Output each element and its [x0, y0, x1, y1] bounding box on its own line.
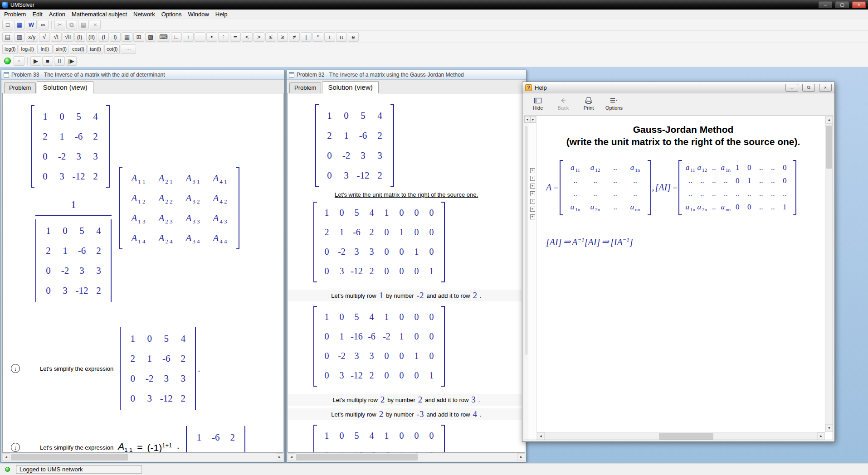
table-icon[interactable]: ▦ [14, 20, 25, 29]
scroll-left-arrow[interactable]: ◄ [2, 453, 10, 461]
function-button[interactable]: ln(l) [37, 44, 53, 54]
math-symbol-button[interactable]: ≠ [289, 32, 300, 42]
tab-solution-view[interactable]: Solution (view) [37, 81, 93, 93]
math-symbol-button[interactable]: ▩ [145, 32, 156, 42]
minimize-button[interactable]: – [819, 1, 832, 8]
menu-item[interactable]: Help [212, 10, 231, 19]
scroll-left-arrow[interactable]: ◄ [537, 432, 545, 440]
math-symbol-button[interactable]: ▤ [2, 32, 13, 42]
pause-button[interactable]: II [54, 56, 65, 66]
scrollbar-track[interactable] [545, 432, 817, 440]
scrollbar-thumb[interactable] [11, 454, 128, 460]
math-symbol-button[interactable]: π [336, 32, 347, 42]
math-symbol-button[interactable]: √ [39, 32, 50, 42]
math-symbol-button[interactable]: > [254, 32, 264, 42]
function-button[interactable]: log(l) [2, 44, 18, 54]
help-vertical-scrollbar[interactable]: ▲ ▼ [825, 116, 833, 432]
print-button[interactable]: Print [578, 95, 600, 113]
math-symbol-button[interactable]: (l [98, 32, 109, 42]
menu-item[interactable]: Network [130, 10, 158, 19]
math-symbol-button[interactable]: √ll [63, 32, 73, 42]
toc-expand-icon[interactable]: + [530, 184, 535, 189]
cut-icon[interactable]: ✂ [54, 20, 65, 29]
problem32-horizontal-scrollbar[interactable]: ◄ ► [288, 453, 525, 461]
math-symbol-button[interactable]: | [301, 32, 312, 42]
toc-expand-icon[interactable]: + [530, 191, 535, 196]
math-symbol-button[interactable]: (ll) [86, 32, 97, 42]
problem32-titlebar[interactable]: Problem 32 - The Inverse of a matrix usi… [287, 70, 526, 80]
math-symbol-button[interactable]: ∟ [171, 32, 182, 42]
scrollbar-thumb[interactable] [826, 126, 832, 169]
stop-button[interactable]: ■ [42, 56, 53, 66]
options-button[interactable]: Options [603, 95, 625, 113]
scrollbar-thumb[interactable] [659, 433, 713, 440]
function-button[interactable]: cot(l) [104, 44, 120, 54]
delete-icon[interactable]: × [90, 20, 101, 29]
scroll-right-arrow[interactable]: ► [276, 453, 283, 461]
down-arrow-circle-icon[interactable]: ↓ [11, 364, 20, 373]
math-symbol-button[interactable]: + [183, 32, 194, 42]
scrollbar-track[interactable] [10, 453, 276, 461]
scroll-right-arrow[interactable]: ► [817, 432, 825, 440]
search-binoculars-icon[interactable]: ∞ [38, 20, 49, 29]
math-symbol-button[interactable]: < [242, 32, 253, 42]
new-document-icon[interactable]: □ [2, 20, 13, 29]
scroll-left-arrow[interactable]: ◄ [288, 453, 295, 461]
math-symbol-button[interactable]: − [195, 32, 205, 42]
maximize-button[interactable]: ▢ [835, 1, 849, 8]
menu-item[interactable]: Window [185, 10, 212, 19]
scrollbar-thumb[interactable] [296, 454, 418, 460]
toc-expand-icon[interactable]: + [530, 214, 535, 219]
toc-expand-icon[interactable]: + [530, 199, 535, 204]
math-symbol-button[interactable]: ÷ [218, 32, 229, 42]
function-button[interactable]: cos(l) [70, 44, 87, 54]
math-symbol-button[interactable]: e [348, 32, 359, 42]
strip-right-arrow[interactable]: ► [530, 116, 536, 123]
math-symbol-button[interactable]: i [324, 32, 335, 42]
strip-left-arrow[interactable]: ◄ [524, 116, 530, 123]
scroll-right-arrow[interactable]: ► [517, 453, 525, 461]
tab-problem[interactable]: Problem [4, 82, 36, 93]
math-symbol-button[interactable]: x/y [26, 32, 38, 42]
help-titlebar[interactable]: ? Help – ⧉ × [522, 82, 834, 93]
math-symbol-button[interactable]: (l) [74, 32, 85, 42]
step-forward-button[interactable]: |▶ [66, 56, 77, 66]
problem33-titlebar[interactable]: Problem 33 - The Inverse of a matrix wit… [1, 70, 284, 80]
math-symbol-button[interactable]: ≥ [277, 32, 288, 42]
math-symbol-button[interactable]: ≤ [265, 32, 276, 42]
tab-problem[interactable]: Problem [289, 82, 321, 93]
tab-solution-view[interactable]: Solution (view) [322, 81, 378, 93]
math-symbol-button[interactable]: ° [312, 32, 323, 42]
close-button[interactable]: × [852, 1, 866, 8]
math-symbol-button[interactable]: ⊞ [133, 32, 144, 42]
down-arrow-circle-icon[interactable]: ↓ [11, 443, 20, 452]
contents-scrollbar[interactable] [524, 123, 528, 440]
math-symbol-button[interactable]: √l [51, 32, 62, 42]
menu-item[interactable]: Options [158, 10, 185, 19]
scrollbar-track[interactable] [825, 124, 833, 424]
scroll-down-arrow[interactable]: ▼ [825, 424, 833, 432]
toc-expand-icon[interactable]: + [530, 176, 535, 181]
menu-item[interactable]: Edit [29, 10, 45, 19]
menu-item[interactable]: Problem [1, 10, 29, 19]
function-button[interactable]: tan(l) [88, 44, 103, 54]
toc-expand-icon[interactable]: + [530, 207, 535, 212]
help-minimize-button[interactable]: – [785, 84, 798, 92]
paste-icon[interactable]: ▤ [78, 20, 89, 29]
menu-item[interactable]: Mathematical subject [68, 10, 130, 19]
help-horizontal-scrollbar[interactable]: ◄ ► [537, 432, 825, 440]
contents-scrollbar-thumb[interactable] [525, 126, 527, 354]
function-button[interactable]: sin(l) [54, 44, 69, 54]
scroll-up-arrow[interactable]: ▲ [825, 116, 833, 124]
scrollbar-track[interactable] [295, 453, 517, 461]
copy-icon[interactable]: ⧉ [66, 20, 77, 29]
function-button[interactable]: ··· [121, 44, 136, 54]
math-symbol-button[interactable]: ▦ [122, 32, 132, 42]
math-symbol-button[interactable]: l) [110, 32, 121, 42]
menu-item[interactable]: Action [46, 10, 68, 19]
math-symbol-button[interactable]: ⌨ [157, 32, 170, 42]
help-restore-button[interactable]: ⧉ [802, 84, 815, 92]
math-symbol-button[interactable]: = [230, 32, 241, 42]
math-symbol-button[interactable]: ▥ [14, 32, 25, 42]
function-button[interactable]: logₐ(l) [19, 44, 36, 54]
